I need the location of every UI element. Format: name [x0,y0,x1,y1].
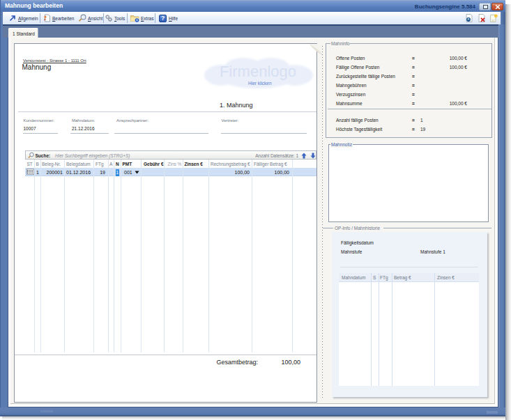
svg-text:Firmenlogo: Firmenlogo [220,63,296,80]
